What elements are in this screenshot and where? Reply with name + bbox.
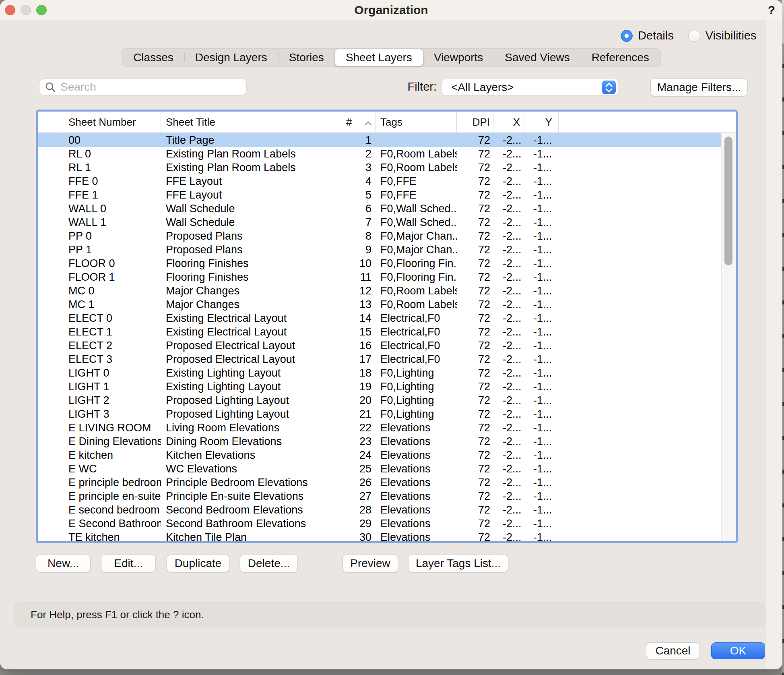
cell-tags: Elevations: [375, 421, 457, 435]
cell-dpi: 72: [457, 202, 493, 215]
cell-dpi: 72: [457, 133, 493, 147]
manage-filters-button[interactable]: Manage Filters...: [650, 79, 748, 96]
cell-sheet-number: ELECT 1: [63, 325, 161, 339]
tab-sheet-layers[interactable]: Sheet Layers: [335, 49, 423, 66]
filter-dropdown[interactable]: <All Layers>: [442, 79, 618, 96]
table-row[interactable]: WALL 1Wall Schedule7F0,Wall Sched...72-2…: [38, 215, 721, 229]
table-row[interactable]: PP 1Proposed Plans9F0,Major Chan...72-2.…: [38, 243, 721, 257]
tab-classes[interactable]: Classes: [122, 49, 184, 66]
cell-tags: F0,Major Chan...: [375, 243, 457, 257]
cell-tags: Elevations: [375, 517, 457, 530]
cell-tags: F0,Wall Sched...: [375, 215, 457, 229]
table-row[interactable]: FLOOR 0Flooring Finishes10F0,Flooring Fi…: [38, 257, 721, 270]
dropdown-stepper-icon[interactable]: [602, 81, 616, 94]
ok-button[interactable]: OK: [711, 642, 765, 659]
cell-row-indent: [38, 366, 63, 380]
cell-sheet-title: Living Room Elevations: [161, 421, 342, 435]
new-button[interactable]: New...: [36, 555, 91, 572]
cell-sheet-title: Existing Lighting Layout: [161, 366, 342, 380]
cell-x: -2...: [493, 325, 524, 339]
table-row[interactable]: E Second BathroomSecond Bathroom Elevati…: [38, 517, 721, 530]
cancel-button[interactable]: Cancel: [646, 642, 700, 659]
table-row[interactable]: E LIVING ROOMLiving Room Elevations22Ele…: [38, 421, 721, 435]
column-header-sheet-title[interactable]: Sheet Title: [161, 112, 342, 133]
details-radio[interactable]: [621, 30, 633, 42]
tab-stories[interactable]: Stories: [278, 49, 335, 66]
table-row[interactable]: ELECT 2Proposed Electrical Layout16Elect…: [38, 339, 721, 352]
table-row[interactable]: LIGHT 3Proposed Lighting Layout21F0,Ligh…: [38, 407, 721, 421]
table-row[interactable]: WALL 0Wall Schedule6F0,Wall Sched...72-2…: [38, 202, 721, 215]
table-row[interactable]: E kitchenKitchen Elevations24Elevations7…: [38, 448, 721, 462]
cell-sheet-number: ELECT 0: [63, 311, 161, 325]
tab-viewports[interactable]: Viewports: [423, 49, 494, 66]
table-row[interactable]: E principle bedroomPrinciple Bedroom Ele…: [38, 476, 721, 489]
table-row[interactable]: ELECT 1Existing Electrical Layout15Elect…: [38, 325, 721, 339]
cell-sheet-number: FFE 0: [63, 174, 161, 188]
column-header-sequence[interactable]: #: [342, 112, 375, 133]
edit-button[interactable]: Edit...: [101, 555, 156, 572]
visibilities-radio-label[interactable]: Visibilities: [706, 29, 757, 42]
visibilities-radio[interactable]: [688, 30, 700, 42]
duplicate-button[interactable]: Duplicate: [167, 555, 229, 572]
table-row[interactable]: E Dining ElevationsDining Room Elevation…: [38, 435, 721, 448]
cell-tags: F0,Room Labels: [375, 161, 457, 174]
help-icon[interactable]: ?: [765, 0, 778, 20]
cell-tags: F0,Lighting: [375, 380, 457, 393]
layer-tags-list-button[interactable]: Layer Tags List...: [408, 555, 508, 572]
cell-sheet-title: Existing Electrical Layout: [161, 311, 342, 325]
tab-design-layers[interactable]: Design Layers: [184, 49, 278, 66]
cell-dpi: 72: [457, 407, 493, 421]
cell-filler: [559, 215, 721, 229]
table-row[interactable]: RL 1Existing Plan Room Labels3F0,Room La…: [38, 161, 721, 174]
table-row[interactable]: E second bedroomSecond Bedroom Elevation…: [38, 503, 721, 517]
table-row[interactable]: MC 0Major Changes12F0,Room Labels72-2...…: [38, 284, 721, 298]
cell-x: -2...: [493, 476, 524, 489]
table-row[interactable]: FFE 0FFE Layout4F0,FFE72-2...-1...: [38, 174, 721, 188]
cell-row-indent: [38, 215, 63, 229]
table-row[interactable]: TE kitchenKitchen Tile Plan30Elevations7…: [38, 530, 721, 541]
cell-filler: [559, 503, 721, 517]
table-row[interactable]: LIGHT 2Proposed Lighting Layout20F0,Ligh…: [38, 393, 721, 407]
tab-saved-views[interactable]: Saved Views: [494, 49, 580, 66]
column-header-dpi[interactable]: DPI: [457, 112, 493, 133]
table-row[interactable]: PP 0Proposed Plans8F0,Major Chan...72-2.…: [38, 229, 721, 243]
column-header-x[interactable]: X: [493, 112, 524, 133]
cell-filler: [559, 380, 721, 393]
preview-button[interactable]: Preview: [342, 555, 398, 572]
table-row[interactable]: LIGHT 1Existing Lighting Layout19F0,Ligh…: [38, 380, 721, 393]
cell-row-indent: [38, 476, 63, 489]
scrollbar-thumb[interactable]: [724, 137, 732, 265]
cell-y: -1...: [524, 133, 559, 147]
tab-references[interactable]: References: [581, 49, 660, 66]
table-row[interactable]: RL 0Existing Plan Room Labels2F0,Room La…: [38, 147, 721, 161]
search-input[interactable]: [60, 81, 241, 93]
cell-row-indent: [38, 325, 63, 339]
delete-button[interactable]: Delete...: [240, 555, 298, 572]
details-radio-label[interactable]: Details: [638, 29, 674, 42]
table-row[interactable]: ELECT 3Proposed Electrical Layout17Elect…: [38, 352, 721, 366]
cell-dpi: 72: [457, 448, 493, 462]
cell-sheet-number: E principle bedroom: [63, 476, 161, 489]
table-row[interactable]: E WCWC Elevations25Elevations72-2...-1..…: [38, 462, 721, 476]
cell-x: -2...: [493, 298, 524, 311]
cell-x: -2...: [493, 257, 524, 270]
column-header-sheet-number[interactable]: Sheet Number: [63, 112, 161, 133]
table-row[interactable]: 00Title Page172-2...-1...: [38, 133, 721, 147]
cell-sequence: 29: [342, 517, 375, 530]
table-row[interactable]: ELECT 0Existing Electrical Layout14Elect…: [38, 311, 721, 325]
table-row[interactable]: LIGHT 0Existing Lighting Layout18F0,Ligh…: [38, 366, 721, 380]
vertical-scrollbar[interactable]: [721, 133, 736, 541]
cell-x: -2...: [493, 161, 524, 174]
table-row[interactable]: FLOOR 1Flooring Finishes11F0,Flooring Fi…: [38, 270, 721, 284]
search-field[interactable]: [39, 79, 247, 95]
column-header-y[interactable]: Y: [524, 112, 559, 133]
cell-filler: [559, 257, 721, 270]
cell-row-indent: [38, 229, 63, 243]
column-header-tags[interactable]: Tags: [375, 112, 457, 133]
organization-dialog: Organization ? Details Visibilities Clas…: [0, 0, 782, 669]
table-row[interactable]: MC 1Major Changes13F0,Room Labels72-2...…: [38, 298, 721, 311]
cell-dpi: 72: [457, 530, 493, 541]
table-row[interactable]: E principle en-suitePrinciple En-suite E…: [38, 489, 721, 503]
table-row[interactable]: FFE 1FFE Layout5F0,FFE72-2...-1...: [38, 188, 721, 202]
sort-ascending-icon[interactable]: [365, 112, 372, 133]
